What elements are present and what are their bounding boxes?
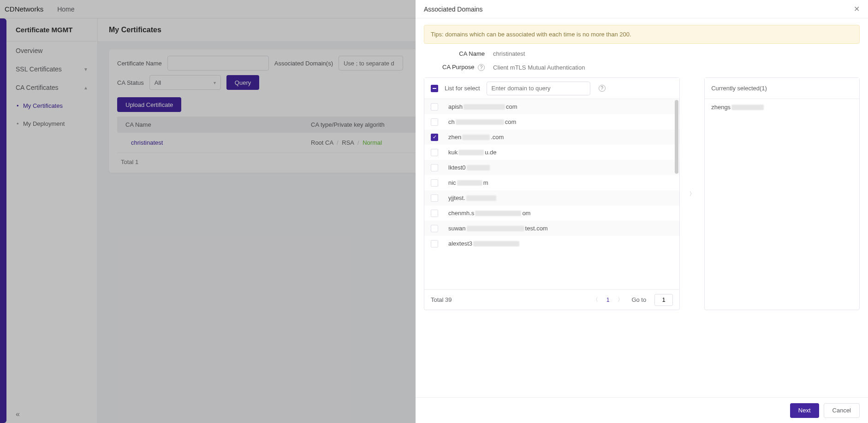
pager-next-icon[interactable]: 〉	[618, 296, 623, 304]
domain-search-input[interactable]	[487, 82, 590, 95]
select-all-checkbox[interactable]	[431, 85, 438, 92]
available-total: Total 39	[431, 296, 452, 303]
panel-available-label: List for select	[445, 85, 480, 92]
help-icon[interactable]: ?	[478, 64, 485, 71]
selected-item[interactable]: zhengs	[705, 99, 859, 115]
domain-checkbox[interactable]	[431, 179, 438, 187]
help-icon[interactable]: ?	[599, 85, 606, 92]
domain-checkbox[interactable]	[431, 225, 438, 232]
domain-label: chcom	[448, 118, 516, 125]
domain-row[interactable]: lktest0	[424, 160, 679, 175]
domain-row[interactable]: chenmh.som	[424, 206, 679, 221]
drawer-foot: Next Cancel	[416, 397, 868, 423]
cancel-button[interactable]: Cancel	[824, 403, 860, 418]
panel-selected-head: Currently selected(1)	[705, 78, 859, 99]
domain-label: zhen.com	[448, 134, 504, 141]
pager-prev-icon[interactable]: 〈	[593, 296, 598, 304]
selected-list[interactable]: zhengs	[705, 99, 859, 310]
goto-label: Go to	[631, 296, 646, 303]
meta-ca-purpose: CA Purpose ? Client mTLS Mutual Authenti…	[424, 64, 860, 71]
drawer-body: Tips: domains which can be associated wi…	[416, 18, 868, 397]
domain-checkbox[interactable]	[431, 194, 438, 202]
domain-checkbox[interactable]	[431, 210, 438, 217]
panel-selected: Currently selected(1) zhengs	[704, 77, 860, 310]
domain-checkbox[interactable]: ✓	[431, 134, 438, 141]
domain-label: suwantest.com	[448, 225, 548, 232]
transfer-arrow-icon[interactable]: 〉	[689, 77, 695, 310]
domain-checkbox[interactable]	[431, 149, 438, 156]
drawer-head: Associated Domains ✕	[416, 0, 868, 18]
domain-checkbox[interactable]	[431, 240, 438, 247]
domain-row[interactable]: chcom	[424, 114, 679, 129]
drawer-associated-domains: Associated Domains ✕ Tips: domains which…	[416, 0, 868, 423]
drawer-title: Associated Domains	[424, 6, 483, 13]
domain-row[interactable]: suwantest.com	[424, 221, 679, 236]
domain-row[interactable]: apishcom	[424, 99, 679, 114]
panel-available: List for select ? apishcomchcom✓zhen.com…	[424, 77, 680, 310]
close-icon[interactable]: ✕	[854, 5, 860, 13]
domain-list[interactable]: apishcomchcom✓zhen.comkuku.delktest0nicm…	[424, 99, 679, 289]
transfer: List for select ? apishcomchcom✓zhen.com…	[424, 77, 860, 310]
domain-row[interactable]: yjjtest.	[424, 190, 679, 206]
meta-ca-name: CA Name christinatest	[424, 50, 860, 57]
domain-row[interactable]: kuku.de	[424, 145, 679, 160]
scrollbar-thumb[interactable]	[675, 100, 678, 174]
pager: 〈 1 〉 Go to	[593, 294, 673, 306]
domain-label: yjjtest.	[448, 194, 497, 201]
domain-checkbox[interactable]	[431, 118, 438, 126]
goto-input[interactable]	[654, 294, 673, 306]
next-button[interactable]: Next	[790, 403, 819, 418]
domain-label: kuku.de	[448, 149, 497, 156]
panel-available-head: List for select ?	[424, 78, 679, 99]
domain-label: nicm	[448, 179, 488, 186]
domain-label: apishcom	[448, 103, 517, 110]
panel-selected-label: Currently selected(1)	[711, 85, 767, 92]
domain-row[interactable]: nicm	[424, 175, 679, 190]
tip-banner: Tips: domains which can be associated wi…	[424, 25, 860, 44]
domain-checkbox[interactable]	[431, 164, 438, 171]
domain-checkbox[interactable]	[431, 103, 438, 111]
pager-current[interactable]: 1	[606, 297, 610, 303]
domain-row[interactable]: alextest3	[424, 236, 679, 251]
domain-row[interactable]: ✓zhen.com	[424, 129, 679, 145]
domain-label: alextest3	[448, 240, 520, 247]
panel-available-foot: Total 39 〈 1 〉 Go to	[424, 289, 679, 310]
domain-label: lktest0	[448, 164, 491, 171]
domain-label: chenmh.som	[448, 210, 530, 217]
